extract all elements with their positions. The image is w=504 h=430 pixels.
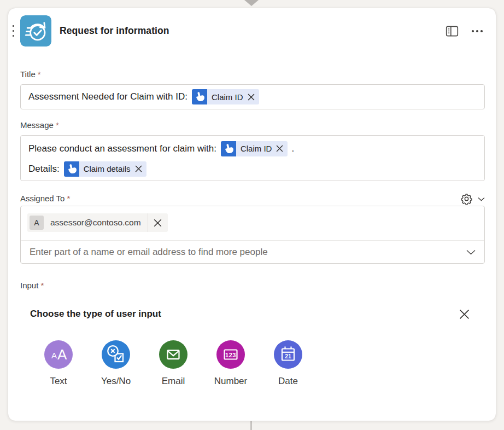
panel-close-icon[interactable] xyxy=(456,306,472,322)
token-label: Claim ID xyxy=(207,92,245,102)
field-options xyxy=(460,192,485,205)
chevron-down-icon[interactable] xyxy=(478,194,485,204)
token-label: Claim ID xyxy=(236,144,274,153)
open-panel-icon[interactable] xyxy=(444,24,460,39)
number-icon: 123 xyxy=(216,340,245,369)
dynamic-token-claim-details[interactable]: Claim details xyxy=(64,161,146,177)
email-icon xyxy=(159,340,187,369)
message-text-2: Details: xyxy=(28,164,60,175)
message-input[interactable]: Please conduct an assessment for claim w… xyxy=(20,135,485,181)
action-title: Request for information xyxy=(60,15,169,47)
message-line-2: Details: Claim details xyxy=(28,159,477,179)
text-icon: A A xyxy=(44,340,73,369)
dynamic-token-claim-id[interactable]: Claim ID xyxy=(192,89,259,104)
more-menu-icon[interactable] xyxy=(470,24,485,39)
svg-text:A: A xyxy=(51,351,57,360)
gear-icon[interactable] xyxy=(460,192,473,205)
person-email: assessor@contoso.com xyxy=(44,218,148,228)
option-text[interactable]: A A Text xyxy=(39,340,78,387)
token-close-icon[interactable] xyxy=(245,94,259,101)
required-asterisk: * xyxy=(67,194,70,203)
token-label: Claim details xyxy=(79,164,133,173)
message-line-1: Please conduct an assessment for claim w… xyxy=(28,138,477,159)
svg-text:123: 123 xyxy=(225,352,236,358)
input-type-options: A A Text Yes/No Email xyxy=(39,340,308,387)
drag-handle[interactable] xyxy=(13,25,14,37)
title-input[interactable]: Assessment Needed for Claim with ID: Cla… xyxy=(20,84,485,109)
assigned-to-input[interactable]: A assessor@contoso.com Enter part of a n… xyxy=(20,206,485,264)
manual-trigger-icon xyxy=(192,89,207,104)
manual-trigger-icon xyxy=(64,161,79,177)
input-label: Input* xyxy=(20,281,44,290)
option-email[interactable]: Email xyxy=(154,340,193,387)
yesno-icon xyxy=(102,340,130,369)
svg-text:A: A xyxy=(57,346,67,363)
manual-trigger-icon xyxy=(221,141,236,156)
message-label: Message* xyxy=(20,120,59,130)
svg-text:21: 21 xyxy=(285,353,291,359)
people-picker-placeholder: Enter part of a name or email address to… xyxy=(30,247,466,258)
input-type-panel-heading: Choose the type of user input xyxy=(30,309,161,319)
flow-connector-line xyxy=(250,421,252,430)
assigned-to-label: Assigned To* xyxy=(20,194,70,203)
message-text-1: Please conduct an assessment for claim w… xyxy=(28,143,216,154)
required-asterisk: * xyxy=(56,120,59,130)
dynamic-token-claim-id[interactable]: Claim ID xyxy=(221,141,288,156)
chip-close-icon[interactable] xyxy=(148,213,168,232)
token-close-icon[interactable] xyxy=(133,165,146,172)
person-chip[interactable]: A assessor@contoso.com xyxy=(27,213,168,232)
date-icon: 21 xyxy=(274,340,302,369)
avatar: A xyxy=(30,216,44,230)
action-card-request-for-information: Request for information Title* Assessmen… xyxy=(8,8,496,421)
canvas: { "card": { "title": "Request for inform… xyxy=(0,0,504,430)
header-actions xyxy=(444,24,485,39)
option-label: Email xyxy=(162,376,185,387)
option-label: Date xyxy=(278,376,298,387)
flow-connector-arrow xyxy=(244,0,259,6)
required-asterisk: * xyxy=(38,69,41,79)
message-suffix: . xyxy=(291,143,294,154)
option-label: Yes/No xyxy=(101,376,131,387)
option-label: Text xyxy=(50,376,67,387)
option-date[interactable]: 21 Date xyxy=(268,340,308,387)
chevron-down-icon[interactable] xyxy=(466,247,476,257)
required-asterisk: * xyxy=(40,281,44,290)
token-close-icon[interactable] xyxy=(274,145,288,152)
title-input-text: Assessment Needed for Claim with ID: xyxy=(28,91,187,102)
title-label: Title* xyxy=(20,69,41,79)
option-number[interactable]: 123 Number xyxy=(211,340,250,387)
approvals-icon xyxy=(20,15,51,47)
option-label: Number xyxy=(214,376,247,387)
people-picker[interactable]: Enter part of a name or email address to… xyxy=(21,241,484,264)
option-yesno[interactable]: Yes/No xyxy=(96,340,136,387)
